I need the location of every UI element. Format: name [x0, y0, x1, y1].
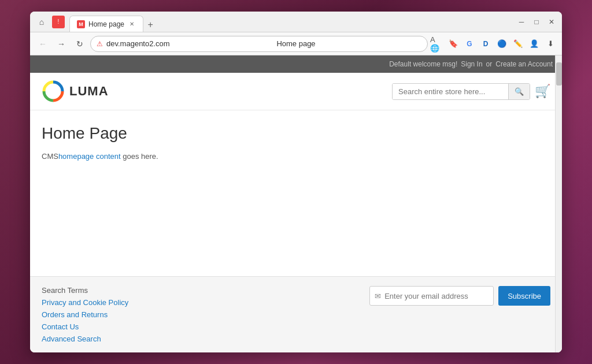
tab-close-button[interactable]: ✕ [128, 20, 136, 28]
titlebar: ⌂ ! Home page ✕ + ─ □ ✕ [30, 12, 562, 32]
back-button[interactable]: ← [35, 36, 51, 52]
security-warning-icon: ⚠ [97, 40, 103, 48]
footer-link-4[interactable]: Advanced Search [42, 335, 128, 343]
cms-text-1: CMS [42, 152, 58, 161]
url-text: dev.magento2.com [106, 39, 421, 48]
footer-link-2[interactable]: Orders and Returns [42, 310, 128, 319]
site-topbar: Default welcome msg! Sign In or Create a… [30, 55, 562, 73]
titlebar-left: ⌂ ! [35, 15, 65, 29]
bookmark-icon[interactable]: 🔖 [446, 37, 460, 51]
footer-link-1[interactable]: Privacy and Cookie Policy [42, 298, 128, 307]
search-area: 🔍 🛒 [392, 83, 550, 100]
email-input-wrapper: ✉ [369, 286, 494, 306]
site-main: Home Page CMShomepage content goes here. [30, 110, 562, 276]
home-icon[interactable]: ⌂ [35, 15, 49, 29]
tab-favicon [77, 20, 85, 28]
translate-icon[interactable]: A🌐 [430, 37, 444, 51]
logo-icon [42, 80, 65, 103]
cms-content: CMShomepage content goes here. [42, 152, 550, 161]
navbar: ← → ↻ ⚠ dev.magento2.com Home page A🌐 🔖 … [30, 32, 562, 55]
downloads-icon[interactable]: ⬇ [543, 37, 557, 51]
search-button[interactable]: 🔍 [508, 84, 530, 99]
footer-link-3[interactable]: Contact Us [42, 322, 128, 331]
minimize-button[interactable]: ─ [516, 16, 527, 28]
subscribe-button[interactable]: Subscribe [498, 286, 550, 306]
page-heading: Home Page [42, 124, 550, 143]
tab-title: Home page [88, 20, 124, 28]
site-header: LUMA 🔍 🛒 [30, 73, 562, 110]
account-icon[interactable]: 👤 [527, 37, 541, 51]
footer-links: Search Terms Privacy and Cookie Policy O… [42, 286, 128, 343]
notification-icon: ! [52, 16, 65, 28]
forward-button[interactable]: → [53, 36, 69, 52]
welcome-message: Default welcome msg! [389, 60, 457, 68]
refresh-button[interactable]: ↻ [72, 36, 88, 52]
search-box[interactable]: 🔍 [392, 83, 530, 100]
cms-link-content[interactable]: content [96, 152, 121, 161]
tab-notification: ! [52, 16, 65, 28]
signin-link[interactable]: Sign In [461, 60, 482, 68]
active-tab[interactable]: Home page ✕ [69, 16, 143, 32]
newsletter-area: ✉ Subscribe [369, 286, 550, 306]
extension-icon[interactable]: 🔵 [495, 37, 509, 51]
navbar-wrapper: ← → ↻ ⚠ dev.magento2.com Home page A🌐 🔖 … [30, 32, 562, 55]
site-content: Default welcome msg! Sign In or Create a… [30, 55, 562, 352]
create-account-link[interactable]: Create an Account [495, 60, 553, 68]
address-bar[interactable]: ⚠ dev.magento2.com [90, 36, 428, 52]
email-input[interactable] [384, 292, 489, 300]
browser-window: ⌂ ! Home page ✕ + ─ □ ✕ ← → ↻ ⚠ de [30, 12, 562, 352]
titlebar-controls: ─ □ ✕ [516, 16, 557, 28]
tab-area: Home page ✕ + [65, 12, 516, 32]
google-translate-icon[interactable]: G [462, 37, 476, 51]
cms-text-3: goes here. [121, 152, 158, 161]
logo-area: LUMA [42, 80, 109, 103]
or-text: or [486, 60, 493, 68]
search-input[interactable] [393, 84, 508, 99]
site-footer: Search Terms Privacy and Cookie Policy O… [30, 276, 562, 352]
scrollbar[interactable] [555, 55, 562, 352]
restore-button[interactable]: □ [531, 16, 542, 28]
dict-icon[interactable]: D [479, 37, 493, 51]
logo-text: LUMA [69, 84, 109, 99]
browser-toolbar: A🌐 🔖 G D 🔵 ✏️ 👤 ⬇ [430, 37, 557, 51]
email-icon: ✉ [375, 292, 381, 300]
close-button[interactable]: ✕ [546, 16, 557, 28]
pen-icon[interactable]: ✏️ [511, 37, 525, 51]
cart-icon[interactable]: 🛒 [535, 84, 550, 99]
cms-link-homepage[interactable]: homepage [58, 152, 94, 161]
scrollbar-thumb[interactable] [556, 62, 562, 86]
new-tab-button[interactable]: + [143, 18, 157, 32]
footer-link-0: Search Terms [42, 286, 128, 295]
